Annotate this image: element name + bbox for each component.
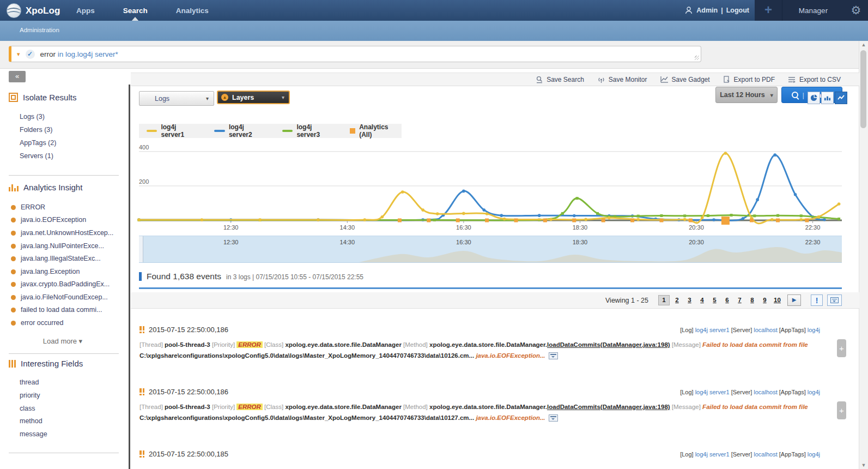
- legend-item[interactable]: log4j server1: [147, 123, 200, 139]
- expand-event-icon[interactable]: [549, 414, 558, 422]
- save-search-button[interactable]: Save Search: [536, 76, 584, 83]
- layers-dropdown[interactable]: ▲ Layers ▾: [217, 91, 290, 104]
- search-input[interactable]: ▾ ✓ error in log.log4j server*: [9, 46, 701, 62]
- page-1[interactable]: 1: [658, 295, 670, 305]
- legend-item[interactable]: Analytics (All): [350, 123, 402, 139]
- field-item-method[interactable]: method: [20, 417, 43, 425]
- server-link[interactable]: localhost: [754, 327, 777, 333]
- insight-item[interactable]: ERROR: [11, 203, 45, 211]
- insight-item[interactable]: java.lang.NullPointerExce...: [11, 242, 104, 250]
- sidebar-collapse-button[interactable]: «: [9, 71, 26, 82]
- sidebar-item-folders[interactable]: Folders (3): [20, 126, 52, 134]
- apptag-link[interactable]: log4j: [808, 389, 820, 395]
- insight-item[interactable]: failed to load data commi...: [11, 306, 102, 314]
- bar-chart-button[interactable]: [821, 92, 834, 104]
- server-link[interactable]: localhost: [754, 389, 777, 395]
- entry-path-line: C:\xplgshare\configurations\xpologConfig…: [139, 352, 836, 359]
- brand[interactable]: XpoLog: [7, 3, 60, 18]
- export-pdf-button[interactable]: Export to PDF: [723, 76, 775, 83]
- scroll-up-icon[interactable]: ▲: [859, 42, 868, 47]
- log-entry-header[interactable]: 2015-07-15 22:50:00,185: [139, 450, 228, 458]
- page-4[interactable]: 4: [697, 296, 707, 305]
- insight-item[interactable]: javax.crypto.BadPaddingEx...: [11, 280, 110, 288]
- logs-dropdown[interactable]: Logs ▾: [139, 91, 214, 106]
- insight-item[interactable]: java.net.UnknownHostExcep...: [11, 229, 113, 237]
- page-10[interactable]: 10: [772, 296, 782, 305]
- results-action-bar: Save Search Save Monitor Save Gadget Exp…: [131, 73, 859, 86]
- admin-link[interactable]: Admin: [696, 7, 718, 14]
- legend-item[interactable]: log4j server3: [282, 123, 336, 139]
- gear-icon[interactable]: ⚙: [844, 4, 868, 17]
- search-icon: [792, 92, 798, 98]
- vertical-scrollbar[interactable]: ▲ ▼: [859, 41, 868, 469]
- page-2[interactable]: 2: [672, 296, 682, 305]
- method-link[interactable]: loadDataCommits(DataManager.java:198): [547, 341, 670, 348]
- insight-item[interactable]: java.lang.IllegalStateExc...: [11, 255, 101, 262]
- bar-chart-icon: [824, 94, 831, 101]
- pie-chart-button[interactable]: [808, 92, 820, 104]
- method-link[interactable]: loadDataCommits(DataManager.java:198): [547, 404, 670, 410]
- insight-item[interactable]: java.io.EOFException: [11, 216, 86, 224]
- query-text[interactable]: error in log.log4j server*: [40, 50, 118, 58]
- field-item-priority[interactable]: priority: [20, 392, 40, 399]
- load-more-button[interactable]: Load more ▾: [0, 337, 125, 345]
- expand-all-button[interactable]: [827, 294, 842, 306]
- sidebar-item-apptags[interactable]: AppTags (2): [20, 139, 56, 147]
- field-item-message[interactable]: message: [20, 430, 47, 438]
- time-range-dropdown[interactable]: Last 12 Hours ▾: [715, 87, 778, 103]
- timeline-handle[interactable]: [139, 236, 143, 262]
- page-9[interactable]: 9: [760, 296, 770, 305]
- apptag-link[interactable]: log4j: [808, 327, 820, 333]
- x-tick-label: 16:30: [456, 239, 471, 245]
- export-csv-button[interactable]: Export to CSV: [788, 76, 841, 83]
- query-dropdown-icon[interactable]: ▾: [17, 51, 20, 58]
- save-gadget-button[interactable]: Save Gadget: [660, 76, 710, 83]
- nav-item-search[interactable]: Search: [123, 0, 148, 21]
- sidebar-separator: [9, 353, 119, 354]
- insight-item[interactable]: java.io.FileNotFoundExcep...: [11, 293, 108, 301]
- page-6[interactable]: 6: [722, 296, 732, 305]
- x-tick-label: 20:30: [689, 224, 704, 231]
- page-8[interactable]: 8: [747, 296, 757, 305]
- insight-item[interactable]: error occurred: [11, 319, 64, 327]
- events-chart[interactable]: [139, 141, 842, 223]
- layers-icon: ▲: [221, 94, 228, 101]
- expand-entry-button[interactable]: +: [837, 339, 846, 357]
- page-7[interactable]: 7: [735, 296, 745, 305]
- scrollbar-thumb[interactable]: [860, 50, 866, 128]
- log-link[interactable]: log4j server1: [695, 451, 730, 458]
- legend-item[interactable]: log4j server2: [214, 123, 268, 139]
- breadcrumb[interactable]: Administration: [20, 27, 59, 33]
- field-item-thread[interactable]: thread: [20, 378, 39, 386]
- log-entry-header[interactable]: 2015-07-15 22:50:00,186: [139, 326, 228, 334]
- nav-item-analytics[interactable]: Analytics: [176, 0, 209, 21]
- x-tick-label: 20:30: [689, 239, 704, 245]
- viewing-label: Viewing 1 - 25: [605, 297, 648, 304]
- save-monitor-button[interactable]: Save Monitor: [597, 76, 647, 83]
- entry-detail-line: [Thread] pool-5-thread-3 [Priority] ERRO…: [139, 404, 836, 410]
- page-5[interactable]: 5: [709, 296, 720, 305]
- logout-link[interactable]: Logout: [726, 7, 749, 14]
- log-link[interactable]: log4j server1: [695, 327, 730, 333]
- errors-only-button[interactable]: !: [811, 294, 823, 306]
- insight-item[interactable]: java.lang.Exception: [11, 268, 80, 275]
- scroll-down-icon[interactable]: ▼: [859, 462, 868, 468]
- apptag-link[interactable]: log4j: [808, 451, 820, 458]
- chart-type-switcher: [808, 92, 847, 104]
- line-chart-button[interactable]: [835, 92, 847, 104]
- add-button[interactable]: +: [755, 0, 782, 21]
- page-3[interactable]: 3: [684, 296, 695, 305]
- next-page-button[interactable]: ▶: [787, 294, 801, 306]
- server-link[interactable]: localhost: [754, 451, 777, 458]
- sidebar-item-servers[interactable]: Servers (1): [20, 152, 53, 160]
- manager-link[interactable]: Manager: [782, 7, 844, 15]
- expand-entry-button[interactable]: +: [837, 401, 846, 419]
- sidebar-item-logs[interactable]: Logs (3): [20, 113, 45, 121]
- log-entry-header[interactable]: 2015-07-15 22:50:00,186: [139, 388, 228, 396]
- legend-swatch: [282, 130, 293, 132]
- timeline-brush[interactable]: 12:3014:3016:3018:3020:3022:30: [139, 236, 842, 263]
- log-link[interactable]: log4j server1: [695, 389, 730, 395]
- nav-item-apps[interactable]: Apps: [76, 0, 95, 21]
- field-item-class[interactable]: class: [20, 405, 35, 412]
- expand-event-icon[interactable]: [549, 352, 558, 359]
